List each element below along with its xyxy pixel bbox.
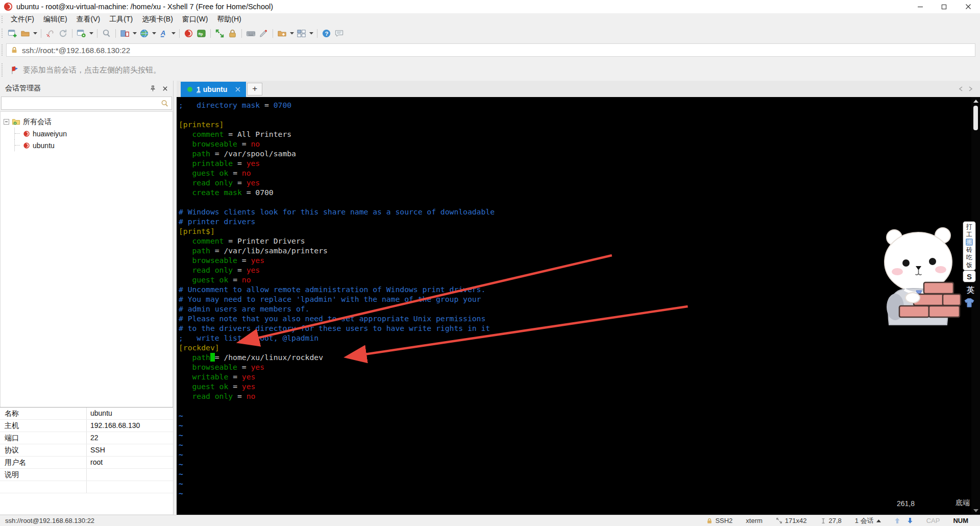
property-row: 协议SSH: [0, 444, 173, 457]
caret-position-icon: [820, 518, 826, 524]
window-title: ubuntu - root@xu-virtual-machine: /home/…: [16, 3, 273, 11]
dropdown-arrow-icon[interactable]: [288, 27, 295, 39]
new-session-icon[interactable]: [6, 27, 19, 39]
menu-item-h[interactable]: 帮助(H): [212, 14, 246, 25]
banner-char: 吃: [966, 254, 972, 261]
terminal-line: [rockdev]: [179, 343, 971, 352]
property-row: 主机192.168.68.130: [0, 420, 173, 432]
font-colors-icon[interactable]: A: [157, 27, 170, 39]
terminal-line: read only = no: [179, 391, 971, 401]
xshell-icon[interactable]: [182, 27, 195, 39]
dropdown-arrow-icon[interactable]: [88, 27, 94, 39]
menu-item-w[interactable]: 窗口(W): [178, 14, 213, 25]
dropdown-arrow-icon[interactable]: [32, 27, 38, 39]
terminal-line: ~: [179, 459, 971, 469]
svg-text:?: ?: [325, 30, 328, 36]
dropdown-arrow-icon[interactable]: [170, 27, 177, 39]
status-caps-lock: CAP: [920, 517, 947, 524]
svg-text:A: A: [160, 29, 166, 37]
tab-ubuntu[interactable]: 1ubuntu: [181, 82, 246, 97]
status-cursor-position: 27,8: [814, 517, 848, 524]
property-label: 名称: [0, 408, 87, 419]
menu-item-f[interactable]: 文件(F): [6, 14, 39, 25]
terminal-line: path = /home/xu/linux/rockdev: [179, 352, 971, 362]
minimize-button[interactable]: [908, 0, 932, 13]
status-session-count[interactable]: 1 会话: [848, 516, 888, 525]
new-tab-button[interactable]: +: [247, 83, 262, 95]
menu-item-v[interactable]: 查看(V): [72, 14, 105, 25]
terminal-line: ; directory mask = 0700: [179, 100, 971, 110]
tab-close-icon[interactable]: [235, 87, 240, 92]
session-item-ubuntu[interactable]: ubuntu: [4, 139, 173, 151]
property-row: 说明: [0, 469, 173, 481]
disconnect-icon[interactable]: [44, 27, 57, 39]
property-value[interactable]: [87, 481, 173, 493]
terminal[interactable]: ; directory mask = 0700[printers] commen…: [177, 97, 971, 515]
property-value[interactable]: ubuntu: [87, 408, 173, 419]
menu-item-b[interactable]: 选项卡(B): [137, 14, 178, 25]
lock-screen-icon[interactable]: [226, 27, 239, 39]
scroll-up-icon[interactable]: [971, 97, 980, 105]
toolbar-separator: [41, 29, 41, 38]
feedback-icon[interactable]: [333, 27, 346, 39]
download-arrow-icon[interactable]: [907, 517, 920, 524]
open-folder-icon[interactable]: [19, 27, 32, 39]
find-icon[interactable]: [100, 27, 113, 39]
close-button[interactable]: [956, 0, 980, 13]
terminal-line: [179, 401, 971, 411]
session-icon: [23, 142, 30, 149]
property-value[interactable]: 22: [87, 432, 173, 444]
tab-scroll-left-icon[interactable]: [959, 86, 963, 91]
full-screen-icon[interactable]: [213, 27, 226, 39]
session-item-huaweiyun[interactable]: huaweiyun: [4, 128, 173, 139]
tile-icon[interactable]: [295, 27, 308, 39]
terminal-line: ~: [179, 430, 971, 440]
compose-bar-icon[interactable]: [118, 27, 131, 39]
tree-root-all-sessions[interactable]: 所有会话: [4, 116, 173, 128]
transfer-folder-icon[interactable]: [276, 27, 288, 39]
address-input[interactable]: ssh://root:*@192.168.68.130:22: [6, 43, 975, 57]
web-icon[interactable]: [138, 27, 151, 39]
info-text: 要添加当前会话，点击左侧的箭头按钮。: [23, 65, 161, 75]
scroll-down-icon[interactable]: [971, 507, 980, 515]
property-value[interactable]: SSH: [87, 444, 173, 456]
terminal-line: [179, 197, 971, 207]
property-row: 用户名root: [0, 457, 173, 469]
virtual-keyboard-icon[interactable]: [244, 27, 257, 39]
menu-item-t[interactable]: 工具(T): [105, 14, 137, 25]
highlighter-icon[interactable]: [257, 27, 270, 39]
help-icon[interactable]: ?: [320, 27, 333, 39]
mascot-bear-image: [875, 221, 963, 326]
status-terminal-type[interactable]: xterm: [739, 517, 769, 524]
menu-item-e[interactable]: 编辑(E): [39, 14, 72, 25]
status-bar: ssh://root@192.168.68.130:22 SSH2 xterm …: [0, 515, 980, 526]
terminal-line: # Windows clients look for this share na…: [179, 207, 971, 217]
connected-status-dot-icon: [187, 87, 192, 92]
tab-scroll-right-icon[interactable]: [969, 86, 973, 91]
upload-arrow-icon[interactable]: [888, 517, 907, 524]
reconnect-icon[interactable]: [57, 27, 69, 39]
cursor-position-indicator: 261,8: [897, 499, 915, 508]
xftp-icon[interactable]: ftp: [195, 27, 208, 39]
maximize-button[interactable]: [932, 0, 956, 13]
scrollbar-thumb[interactable]: [973, 106, 978, 130]
pin-icon[interactable]: [150, 85, 156, 92]
toolbar-separator: [241, 29, 242, 38]
dropdown-arrow-icon[interactable]: [131, 27, 138, 39]
property-value[interactable]: [87, 469, 173, 481]
status-protocol: SSH2: [700, 517, 739, 524]
panel-close-icon[interactable]: [162, 86, 168, 91]
session-search-input[interactable]: [1, 97, 172, 110]
session-properties-icon[interactable]: [75, 27, 88, 39]
session-label: huaweiyun: [33, 130, 67, 138]
dropdown-arrow-icon[interactable]: [308, 27, 314, 39]
terminal-line: # Please note that you also need to set …: [179, 314, 971, 323]
property-value[interactable]: 192.168.68.130: [87, 420, 173, 432]
tree-expander-icon[interactable]: [4, 119, 9, 125]
terminal-line: ~: [179, 479, 971, 488]
dropdown-arrow-icon[interactable]: [151, 27, 157, 39]
banner-char: 砖: [966, 246, 972, 253]
property-value[interactable]: root: [87, 457, 173, 468]
status-connection: ssh://root@192.168.68.130:22: [5, 517, 94, 524]
menu-bar: 文件(F)编辑(E)查看(V)工具(T)选项卡(B)窗口(W)帮助(H): [0, 13, 980, 26]
